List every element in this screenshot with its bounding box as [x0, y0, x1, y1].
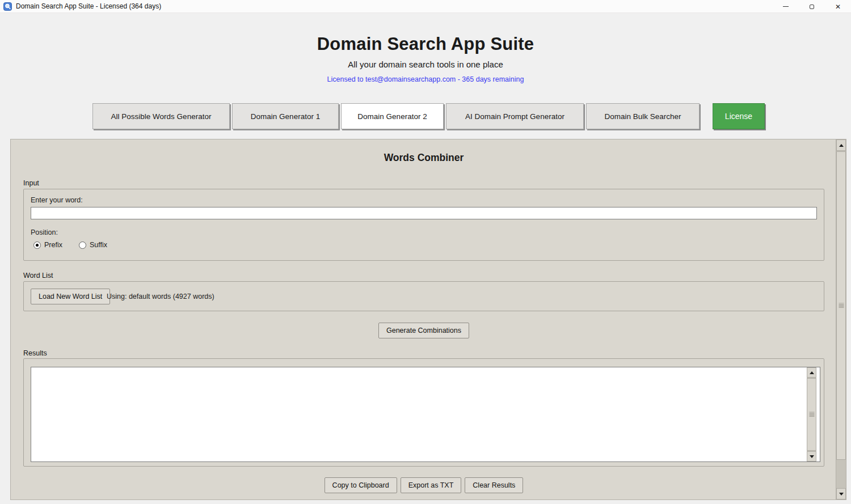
- words-combiner-panel: Words Combiner Input Enter your word: Po…: [10, 139, 846, 500]
- position-radio-group: Prefix Suffix: [33, 241, 107, 249]
- scroll-down-icon: [810, 455, 814, 458]
- generate-combinations-button[interactable]: Generate Combinations: [378, 323, 469, 338]
- results-actions: Copy to Clipboard Export as TXT Clear Re…: [11, 477, 837, 493]
- minimize-icon: [783, 6, 789, 7]
- copy-to-clipboard-button[interactable]: Copy to Clipboard: [325, 477, 397, 493]
- radio-suffix[interactable]: Suffix: [79, 241, 107, 249]
- scroll-grip-icon: [839, 303, 844, 308]
- radio-suffix-circle: [79, 242, 86, 249]
- results-group-label: Results: [23, 349, 47, 357]
- results-groupbox: [23, 358, 824, 467]
- close-button[interactable]: ✕: [825, 0, 851, 13]
- license-button[interactable]: License: [713, 103, 765, 129]
- app-subtitle: All your domain search tools in one plac…: [0, 60, 851, 69]
- scroll-up-icon: [810, 371, 814, 374]
- tab-domain-generator-2[interactable]: Domain Generator 2: [341, 103, 444, 129]
- titlebar: Domain Search App Suite - Licensed (364 …: [0, 0, 851, 13]
- export-as-txt-button[interactable]: Export as TXT: [401, 477, 462, 493]
- app-title: Domain Search App Suite: [0, 34, 851, 54]
- tab-ai-domain-prompt-generator[interactable]: AI Domain Prompt Generator: [446, 103, 584, 129]
- panel-scroll-up-button[interactable]: [836, 139, 846, 151]
- wordlist-status-text: Using: default words (4927 words): [107, 293, 214, 300]
- window-title: Domain Search App Suite - Licensed (364 …: [16, 2, 161, 10]
- close-icon: ✕: [835, 3, 841, 10]
- radio-prefix-circle: [33, 242, 41, 249]
- tab-bar: All Possible Words Generator Domain Gene…: [92, 103, 765, 129]
- tab-domain-generator-1[interactable]: Domain Generator 1: [232, 103, 339, 129]
- radio-prefix-label: Prefix: [44, 241, 62, 249]
- scroll-down-icon: [839, 493, 844, 495]
- wordlist-group-label: Word List: [23, 272, 53, 279]
- caption-buttons: ✕: [773, 0, 851, 13]
- input-groupbox: Enter your word: Position: Prefix Suffix: [23, 189, 824, 261]
- header: Domain Search App Suite All your domain …: [0, 34, 851, 83]
- results-scrollbar[interactable]: [807, 367, 816, 461]
- restore-button[interactable]: [799, 0, 825, 13]
- panel-scroll-thumb[interactable]: [836, 151, 846, 460]
- wordlist-groupbox: Load New Word List Using: default words …: [23, 281, 824, 311]
- input-group-label: Input: [23, 179, 39, 187]
- minimize-button[interactable]: [773, 0, 799, 13]
- app-icon: [3, 2, 12, 11]
- results-scroll-thumb[interactable]: [807, 378, 816, 451]
- results-textarea[interactable]: [31, 367, 820, 462]
- position-label: Position:: [31, 228, 58, 236]
- scroll-up-icon: [839, 144, 844, 147]
- clear-results-button[interactable]: Clear Results: [465, 477, 523, 493]
- word-input[interactable]: [31, 207, 817, 219]
- scroll-grip-icon: [809, 412, 814, 417]
- results-scroll-down-button[interactable]: [807, 451, 816, 461]
- license-status-text: Licensed to test@domainsearchapp.com - 3…: [0, 75, 851, 83]
- tab-domain-bulk-searcher[interactable]: Domain Bulk Searcher: [586, 103, 700, 129]
- radio-prefix[interactable]: Prefix: [33, 241, 62, 249]
- panel-title: Words Combiner: [11, 152, 837, 164]
- panel-scrollbar[interactable]: [836, 139, 846, 499]
- restore-icon: [810, 5, 814, 9]
- panel-scroll-down-button[interactable]: [836, 488, 846, 499]
- results-scroll-up-button[interactable]: [807, 367, 816, 378]
- load-word-list-button[interactable]: Load New Word List: [31, 289, 110, 304]
- enter-word-label: Enter your word:: [31, 196, 83, 204]
- tab-all-possible-words-generator[interactable]: All Possible Words Generator: [92, 103, 230, 129]
- radio-suffix-label: Suffix: [90, 241, 107, 249]
